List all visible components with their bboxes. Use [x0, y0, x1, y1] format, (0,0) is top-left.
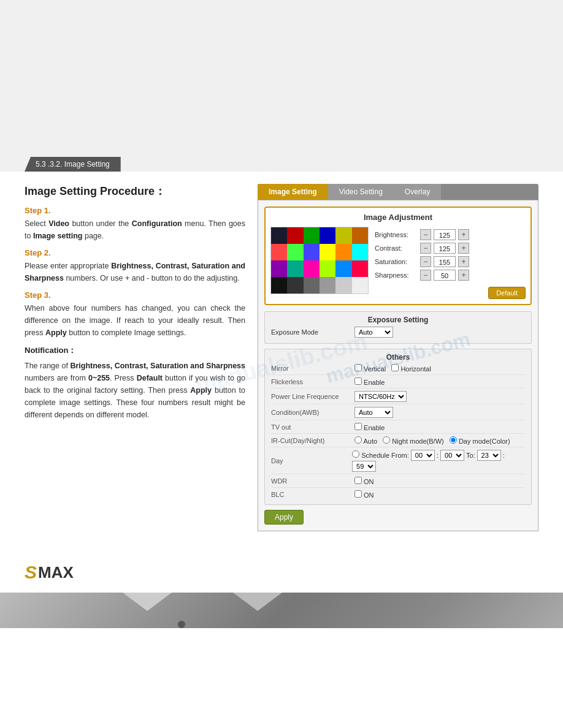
main-content: Image Setting Procedure： Step 1. Select … — [0, 172, 563, 544]
ir-cut-auto-label: Auto — [363, 438, 377, 445]
exposure-mode-select[interactable]: Auto Manual — [354, 327, 393, 338]
power-line-label: Power Line Frequence — [271, 393, 351, 400]
contrast-plus-btn[interactable]: + — [458, 243, 469, 254]
page-title: Image Setting Procedure： — [25, 184, 245, 199]
mirror-row: Mirror Vertical Horizontal — [271, 364, 525, 375]
day-schedule-radio[interactable] — [352, 450, 359, 458]
blc-row: BLC ON — [271, 490, 525, 501]
saturation-value: 155 — [434, 256, 456, 267]
day-from-hour-select[interactable]: 00010612 — [411, 450, 435, 461]
panel-body: Image Adjustment — [258, 200, 538, 531]
section-tab-label: 5.3 .3.2. Image Setting — [25, 157, 121, 172]
mirror-vertical-label: Vertical — [364, 365, 386, 373]
bottom-triangle-2 — [233, 593, 282, 611]
flickerless-checkbox[interactable] — [354, 377, 362, 385]
contrast-value: 125 — [434, 243, 456, 254]
wdr-label: WDR — [271, 477, 351, 485]
tab-bar: Image Setting Video Setting Overlay — [258, 184, 538, 200]
contrast-minus-btn[interactable]: − — [420, 243, 431, 254]
ir-cut-label: IR-Cut(Day/Night) — [271, 437, 351, 444]
tv-out-value: Enable — [364, 424, 385, 431]
condition-select[interactable]: Auto Manual — [354, 407, 393, 418]
logo-s-letter: S — [25, 562, 37, 583]
ir-cut-row: IR-Cut(Day/Night) Auto Night mode(B/W) D… — [271, 436, 525, 447]
brightness-value: 125 — [434, 229, 456, 240]
others-section: Others Mirror Vertical Horizontal Flicke… — [264, 349, 532, 505]
brightness-plus-btn[interactable]: + — [458, 229, 469, 240]
notification-title: Notification： — [25, 345, 245, 356]
step2-text: Please enter appropriate Brightness, Con… — [25, 260, 245, 284]
tab-video-setting[interactable]: Video Setting — [328, 184, 394, 200]
ir-cut-day-radio[interactable] — [450, 436, 457, 444]
condition-row: Condition(AWB) Auto Manual — [271, 407, 525, 420]
right-column: manualslib.com Image Setting Video Setti… — [258, 184, 538, 531]
exposure-section: Exposure Setting Exposure Mode Auto Manu… — [264, 311, 532, 344]
tab-image-setting[interactable]: Image Setting — [258, 184, 328, 200]
mirror-vertical-checkbox[interactable] — [354, 364, 362, 371]
mirror-horizontal-checkbox[interactable] — [391, 364, 399, 371]
color-test-image — [270, 227, 369, 294]
wdr-checkbox[interactable] — [354, 477, 362, 484]
saturation-row: Saturation: − 155 + — [375, 256, 526, 267]
exposure-mode-label: Exposure Mode — [271, 328, 351, 336]
wdr-row: WDR ON — [271, 477, 525, 488]
step1-text: Select Video button under the Configurat… — [25, 218, 245, 242]
mirror-horizontal-label: Horizontal — [400, 365, 431, 373]
default-button[interactable]: Default — [488, 287, 526, 299]
tab-overlay[interactable]: Overlay — [394, 184, 441, 200]
ir-cut-night-radio[interactable] — [383, 436, 390, 444]
ir-cut-night-label: Night mode(B/W) — [392, 438, 443, 445]
step2-label: Step 2. — [25, 248, 245, 257]
day-row: Day Schedule From: 00010612 : 0030 To: — [271, 450, 525, 474]
power-line-row: Power Line Frequence NTSC/60Hz PAL/50Hz — [271, 391, 525, 404]
saturation-label: Saturation: — [375, 258, 418, 265]
tv-out-label: TV out — [271, 423, 351, 431]
day-from-min-select[interactable]: 0030 — [440, 450, 464, 461]
others-title: Others — [271, 353, 525, 362]
wdr-value: ON — [364, 478, 374, 485]
smax-logo: S MAX — [25, 562, 74, 583]
ir-cut-day-label: Day mode(Color) — [459, 438, 510, 445]
brightness-minus-btn[interactable]: − — [420, 229, 431, 240]
saturation-minus-btn[interactable]: − — [420, 256, 431, 267]
flickerless-value: Enable — [364, 379, 385, 386]
day-label: Day — [271, 457, 348, 464]
step3-label: Step 3. — [25, 290, 245, 300]
ia-inner: Brightness: − 125 + Contrast: − 125 + — [270, 227, 526, 299]
step3-text: When above four numbers has changed, you… — [25, 302, 245, 339]
mirror-label: Mirror — [271, 365, 351, 372]
logo-max-text: MAX — [38, 563, 74, 582]
sharpness-row: Sharpness: − 50 + — [375, 270, 526, 281]
day-to-min-select[interactable]: 593000 — [352, 461, 376, 472]
top-gray-area: 5.3 .3.2. Image Setting — [0, 0, 563, 172]
flickerless-label: Flickerless — [271, 378, 351, 385]
blc-value: ON — [364, 491, 374, 499]
image-adjustment-title: Image Adjustment — [270, 213, 526, 222]
image-adjustment-section: Image Adjustment — [264, 207, 532, 305]
sharpness-plus-btn[interactable]: + — [458, 270, 469, 281]
bottom-triangle-1 — [123, 593, 172, 611]
day-to-hour-select[interactable]: 232218 — [477, 450, 501, 461]
bottom-dot — [178, 621, 185, 628]
flickerless-row: Flickerless Enable — [271, 377, 525, 389]
exposure-title: Exposure Setting — [271, 316, 525, 324]
step1-label: Step 1. — [25, 206, 245, 215]
notification-text: The range of Brightness, Contrast, Satur… — [25, 360, 245, 421]
saturation-plus-btn[interactable]: + — [458, 256, 469, 267]
condition-label: Condition(AWB) — [271, 409, 351, 416]
bottom-area: S MAX — [0, 562, 563, 628]
tv-out-checkbox[interactable] — [354, 423, 362, 430]
blc-checkbox[interactable] — [354, 490, 362, 498]
sharpness-value: 50 — [434, 270, 456, 281]
power-line-select[interactable]: NTSC/60Hz PAL/50Hz — [354, 391, 407, 402]
blc-label: BLC — [271, 491, 351, 498]
left-column: Image Setting Procedure： Step 1. Select … — [25, 184, 245, 531]
ir-cut-auto-radio[interactable] — [354, 436, 362, 444]
exposure-mode-row: Exposure Mode Auto Manual — [271, 327, 525, 338]
contrast-row: Contrast: − 125 + — [375, 243, 526, 254]
sharpness-label: Sharpness: — [375, 271, 418, 279]
day-to-label: To: — [466, 452, 477, 459]
apply-button[interactable]: Apply — [264, 510, 304, 525]
sharpness-minus-btn[interactable]: − — [420, 270, 431, 281]
brightness-row: Brightness: − 125 + — [375, 229, 526, 240]
